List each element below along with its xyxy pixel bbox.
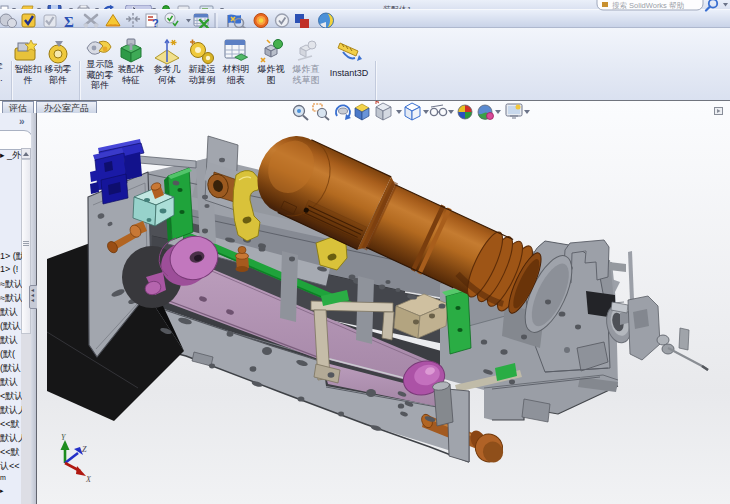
svg-text:Z: Z	[82, 445, 87, 454]
svg-text:搜索 SolidWorks 帮助: 搜索 SolidWorks 帮助	[612, 1, 684, 10]
svg-text:Σ: Σ	[64, 14, 74, 30]
